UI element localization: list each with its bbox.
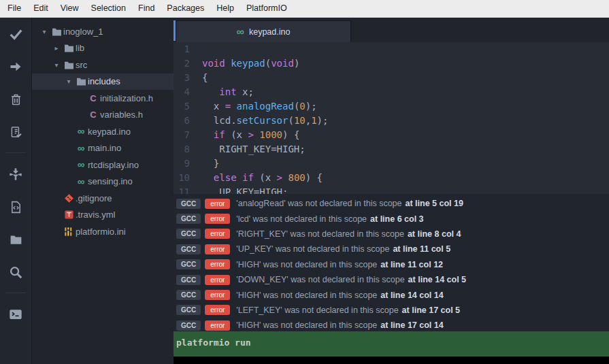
build-terminal[interactable]: platformio run <box>174 331 609 357</box>
error-row[interactable]: GCCerror'HIGH' was not declared in this … <box>174 287 609 302</box>
menubar: FileEditViewSelectionFindPackagesHelpPla… <box>0 0 609 18</box>
code-line: 9 } <box>174 156 609 171</box>
error-row[interactable]: GCCerror'RIGHT_KEY' was not declared in … <box>174 227 609 242</box>
upload-button[interactable] <box>0 50 31 83</box>
tree-item-main-ino[interactable]: ∞main.ino <box>32 140 174 157</box>
error-message: 'analogRead' was not declared in this sc… <box>236 199 401 208</box>
chevron-right-icon: ▸ <box>51 44 62 52</box>
code-line: 1 <box>174 42 609 56</box>
menu-packages[interactable]: Packages <box>161 0 210 17</box>
tool-badge: GCC <box>176 229 201 239</box>
error-row[interactable]: GCCerror'DOWN_KEY' was not declared in t… <box>174 272 609 287</box>
tree-item-label: lib <box>76 43 84 53</box>
terminal-button[interactable] <box>0 298 31 331</box>
tool-badge: GCC <box>176 305 201 315</box>
tree-item-platformio-ini[interactable]: platformio.ini <box>32 223 174 240</box>
severity-badge: error <box>205 259 230 269</box>
upload-arrow-icon <box>9 60 22 73</box>
error-location: at line 11 col 5 <box>393 244 450 254</box>
tool-badge: GCC <box>176 244 201 254</box>
line-number: 1 <box>174 42 197 56</box>
travis-icon <box>62 210 76 220</box>
menu-selection[interactable]: Selection <box>85 0 132 17</box>
tree-item-initialization-h[interactable]: Cinitialization.h <box>32 90 174 107</box>
compress-button[interactable] <box>0 158 31 191</box>
error-row[interactable]: GCCerror'UP_KEY' was not declared in thi… <box>174 242 609 257</box>
code-editor[interactable]: 12void keypad(void)3{4 int x;5 x = analo… <box>174 42 609 194</box>
error-location: at line 6 col 3 <box>370 214 424 224</box>
clean-button[interactable] <box>0 83 31 116</box>
project-tree: ▾inoglow_1▸lib▾src▾includesCinitializati… <box>32 18 174 364</box>
init-project-button[interactable] <box>0 191 31 223</box>
folder-icon <box>74 77 88 86</box>
error-row[interactable]: GCCerror'LEFT_KEY' was not declared in t… <box>174 303 609 318</box>
tree-item-variables-h[interactable]: Cvariables.h <box>32 107 174 124</box>
severity-badge: error <box>205 305 230 315</box>
error-location: at line 11 col 12 <box>380 260 443 269</box>
tool-badge: GCC <box>176 199 201 209</box>
tree-item-src[interactable]: ▾src <box>32 56 174 73</box>
arduino-icon: ∞ <box>74 145 88 152</box>
error-location: at line 14 col 5 <box>408 275 466 284</box>
search-icon <box>8 265 23 280</box>
error-message: 'UP_KEY' was not declared in this scope <box>236 244 389 254</box>
menu-find[interactable]: Find <box>132 0 161 17</box>
build-button[interactable] <box>0 18 31 50</box>
code-line: 2void keypad(void) <box>174 56 609 71</box>
severity-badge: error <box>205 290 230 300</box>
tree-item-label: platformio.ini <box>76 227 126 237</box>
line-number: 3 <box>174 71 197 85</box>
tool-badge: GCC <box>176 290 201 300</box>
line-number: 5 <box>174 99 197 114</box>
find-in-project-button[interactable] <box>0 256 31 288</box>
code-line: 6 lcd.setCursor(10,1); <box>174 114 609 128</box>
tool-badge: GCC <box>176 320 201 331</box>
open-folder-button[interactable] <box>0 223 31 256</box>
terminal-command: platformio run <box>176 337 251 348</box>
error-message: 'HIGH' was not declared in this scope <box>236 260 377 269</box>
menu-edit[interactable]: Edit <box>27 0 54 17</box>
error-row[interactable]: GCCerror'HIGH' was not declared in this … <box>174 318 609 331</box>
code-text: x = analogRead(0); <box>197 99 317 114</box>
menu-file[interactable]: File <box>1 0 27 17</box>
error-location: at line 17 col 5 <box>402 305 460 315</box>
error-message: 'DOWN_KEY' was not declared in this scop… <box>236 275 404 284</box>
error-message: 'lcd' was not declared in this scope <box>236 214 367 224</box>
error-location: at line 5 col 19 <box>405 199 463 208</box>
tree-item-gitignore[interactable]: .gitignore <box>32 190 174 207</box>
code-line: 4 int x; <box>174 85 609 99</box>
menu-view[interactable]: View <box>54 0 85 17</box>
menu-platformio[interactable]: PlatformIO <box>240 0 293 17</box>
error-row[interactable]: GCCerror'lcd' was not declared in this s… <box>174 211 609 226</box>
tree-item-travis-yml[interactable]: .travis.yml <box>32 207 174 224</box>
c-file-icon: C <box>86 110 100 120</box>
menu-help[interactable]: Help <box>210 0 240 17</box>
error-location: at line 17 col 14 <box>380 320 443 330</box>
git-icon <box>62 193 76 203</box>
arduino-icon: ∞ <box>237 29 244 35</box>
run-target-button[interactable] <box>0 116 31 148</box>
tree-item-keypad-ino[interactable]: ∞keypad.ino <box>32 123 174 140</box>
tool-badge: GCC <box>176 214 201 224</box>
terminal-bottom-bar <box>174 357 609 364</box>
error-row[interactable]: GCCerror'HIGH' was not declared in this … <box>174 257 609 272</box>
error-row[interactable]: GCCerror'analogRead' was not declared in… <box>174 196 609 211</box>
tree-item-sensing-ino[interactable]: ∞sensing.ino <box>32 173 174 191</box>
build-check-icon <box>8 27 23 42</box>
tab-bar: ∞ keypad.ino <box>174 18 609 42</box>
tab-keypad-ino[interactable]: ∞ keypad.ino <box>176 20 351 42</box>
tree-item-includes[interactable]: ▾includes <box>32 73 174 90</box>
error-message: 'HIGH' was not declared in this scope <box>236 291 377 300</box>
severity-badge: error <box>205 275 230 285</box>
code-text: else if (x > 800) { <box>197 171 323 185</box>
chevron-down-icon: ▾ <box>39 28 50 35</box>
tree-item-lib[interactable]: ▸lib <box>32 40 174 57</box>
tree-item-label: initialization.h <box>100 93 153 103</box>
error-message: 'RIGHT_KEY' was not declared in this sco… <box>236 229 404 239</box>
tree-item-rtcdisplay-ino[interactable]: ∞rtcdisplay.ino <box>32 156 174 173</box>
tree-item-label: sensing.ino <box>88 176 133 186</box>
tree-item-inoglow-1[interactable]: ▾inoglow_1 <box>32 23 174 40</box>
error-location: at line 8 col 4 <box>408 229 461 239</box>
severity-badge: error <box>205 244 230 254</box>
severity-badge: error <box>205 214 230 224</box>
